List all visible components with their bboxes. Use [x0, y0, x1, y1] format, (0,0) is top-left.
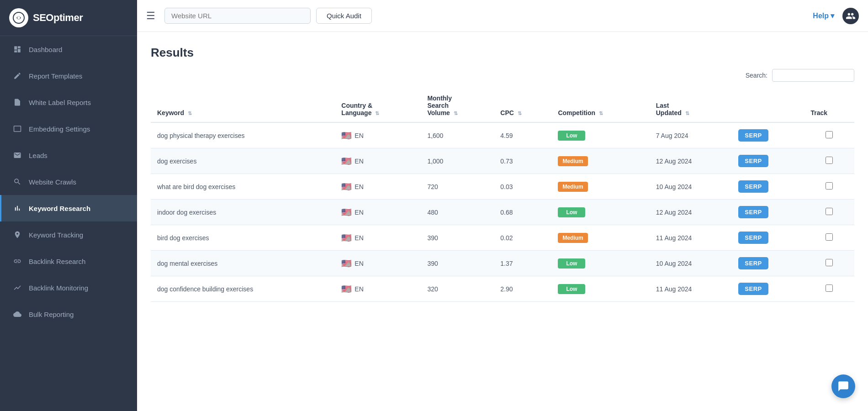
serp-button[interactable]: SERP	[738, 283, 768, 295]
cell-keyword: dog confidence building exercises	[151, 276, 335, 302]
competition-badge: Low	[558, 258, 585, 269]
serp-button[interactable]: SERP	[738, 129, 768, 142]
flag-icon: 🇺🇸	[341, 233, 351, 243]
track-checkbox[interactable]	[826, 259, 833, 266]
sidebar-item-keyword-tracking[interactable]: Keyword Tracking	[0, 221, 137, 248]
cell-serp[interactable]: SERP	[732, 148, 804, 174]
competition-badge: Low	[558, 207, 585, 217]
help-button[interactable]: Help ▾	[813, 11, 834, 20]
keyword-research-icon	[12, 203, 22, 213]
cell-keyword: bird dog exercises	[151, 225, 335, 251]
content-area: Results Search: Keyword ⇅ Country &Langu…	[137, 32, 868, 411]
sort-icon: ⇅	[454, 111, 458, 116]
col-track: Track	[804, 89, 854, 122]
competition-badge: Low	[558, 131, 585, 141]
cell-cpc: 0.68	[494, 200, 551, 225]
cell-track[interactable]	[804, 122, 854, 148]
cell-keyword: indoor dog exercises	[151, 200, 335, 225]
cell-competition: Medium	[551, 225, 649, 251]
main-area: ☰ Quick Audit Help ▾ Results Search: Key…	[137, 0, 868, 411]
col-country-language[interactable]: Country &Language ⇅	[335, 89, 421, 122]
sidebar-item-white-label-reports[interactable]: White Label Reports	[0, 89, 137, 116]
cell-track[interactable]	[804, 251, 854, 276]
cell-last-updated: 11 Aug 2024	[650, 225, 732, 251]
cell-last-updated: 7 Aug 2024	[650, 122, 732, 148]
col-keyword[interactable]: Keyword ⇅	[151, 89, 335, 122]
track-checkbox[interactable]	[826, 285, 833, 292]
cell-track[interactable]	[804, 200, 854, 225]
cell-monthly-search: 320	[421, 276, 494, 302]
quick-audit-button[interactable]: Quick Audit	[316, 8, 372, 24]
competition-badge: Medium	[558, 233, 587, 243]
country-code: EN	[355, 158, 363, 165]
cell-competition: Medium	[551, 148, 649, 174]
cell-serp[interactable]: SERP	[732, 200, 804, 225]
cell-competition: Low	[551, 122, 649, 148]
col-cpc[interactable]: CPC ⇅	[494, 89, 551, 122]
backlink-research-icon	[12, 256, 22, 266]
col-serp	[732, 89, 804, 122]
country-code: EN	[355, 260, 363, 267]
cell-last-updated: 10 Aug 2024	[650, 251, 732, 276]
cell-track[interactable]	[804, 225, 854, 251]
flag-icon: 🇺🇸	[341, 131, 351, 141]
cell-cpc: 1.37	[494, 251, 551, 276]
serp-button[interactable]: SERP	[738, 180, 768, 193]
serp-button[interactable]: SERP	[738, 257, 768, 269]
table-row: dog mental exercises 🇺🇸 EN 390 1.37 Low …	[151, 251, 854, 276]
sort-icon: ⇅	[685, 111, 689, 116]
chat-bubble[interactable]	[831, 374, 855, 398]
cell-track[interactable]	[804, 174, 854, 200]
serp-button[interactable]: SERP	[738, 155, 768, 167]
cell-track[interactable]	[804, 148, 854, 174]
sidebar-item-bulk-reporting[interactable]: Bulk Reporting	[0, 301, 137, 327]
sidebar-item-keyword-research[interactable]: Keyword Research	[0, 195, 137, 221]
sidebar-item-backlink-monitoring[interactable]: Backlink Monitoring	[0, 274, 137, 301]
sidebar-item-report-templates[interactable]: Report Templates	[0, 63, 137, 89]
results-table: Keyword ⇅ Country &Language ⇅ MonthlySea…	[151, 89, 854, 302]
cell-country: 🇺🇸 EN	[335, 276, 421, 302]
cell-serp[interactable]: SERP	[732, 122, 804, 148]
country-code: EN	[355, 132, 363, 139]
cell-country: 🇺🇸 EN	[335, 148, 421, 174]
col-last-updated[interactable]: LastUpdated ⇅	[650, 89, 732, 122]
table-row: dog physical therapy exercises 🇺🇸 EN 1,6…	[151, 122, 854, 148]
cell-keyword: dog mental exercises	[151, 251, 335, 276]
cell-monthly-search: 720	[421, 174, 494, 200]
table-row: what are bird dog exercises 🇺🇸 EN 720 0.…	[151, 174, 854, 200]
cell-monthly-search: 1,000	[421, 148, 494, 174]
flag-icon: 🇺🇸	[341, 258, 351, 269]
cell-serp[interactable]: SERP	[732, 174, 804, 200]
hamburger-button[interactable]: ☰	[146, 10, 155, 22]
sidebar-item-dashboard[interactable]: Dashboard	[0, 36, 137, 63]
sidebar-label-report-templates: Report Templates	[29, 72, 82, 80]
table-row: indoor dog exercises 🇺🇸 EN 480 0.68 Low …	[151, 200, 854, 225]
search-input[interactable]	[772, 69, 854, 82]
sidebar-label-keyword-tracking: Keyword Tracking	[29, 231, 83, 239]
sidebar-item-backlink-research[interactable]: Backlink Research	[0, 248, 137, 274]
user-icon[interactable]	[842, 8, 859, 24]
cell-serp[interactable]: SERP	[732, 251, 804, 276]
cell-competition: Low	[551, 276, 649, 302]
track-checkbox[interactable]	[826, 131, 833, 138]
sidebar-item-website-crawls[interactable]: Website Crawls	[0, 169, 137, 195]
cell-track[interactable]	[804, 276, 854, 302]
col-competition[interactable]: Competition ⇅	[551, 89, 649, 122]
country-code: EN	[355, 234, 363, 242]
track-checkbox[interactable]	[826, 208, 833, 215]
col-monthly-search[interactable]: MonthlySearchVolume ⇅	[421, 89, 494, 122]
sidebar-label-keyword-research: Keyword Research	[29, 205, 90, 212]
track-checkbox[interactable]	[826, 157, 833, 164]
cell-serp[interactable]: SERP	[732, 225, 804, 251]
cell-serp[interactable]: SERP	[732, 276, 804, 302]
track-checkbox[interactable]	[826, 182, 833, 190]
white-label-reports-icon	[12, 97, 22, 107]
url-input[interactable]	[164, 8, 311, 24]
cell-cpc: 0.02	[494, 225, 551, 251]
sidebar-item-embedding-settings[interactable]: Embedding Settings	[0, 116, 137, 142]
cell-cpc: 0.03	[494, 174, 551, 200]
sidebar-item-leads[interactable]: Leads	[0, 142, 137, 169]
serp-button[interactable]: SERP	[738, 232, 768, 244]
track-checkbox[interactable]	[826, 233, 833, 241]
serp-button[interactable]: SERP	[738, 206, 768, 218]
